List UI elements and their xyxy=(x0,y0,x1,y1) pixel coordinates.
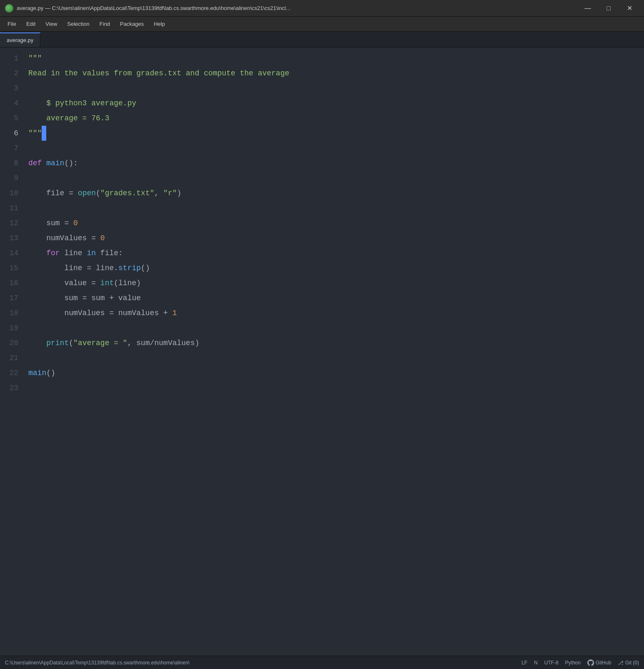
status-right: LF N UTF-8 Python GitHub ⎇ Git (0) xyxy=(522,659,639,666)
title-bar: average.py — C:\Users\alinen\AppData\Loc… xyxy=(0,0,644,17)
line-numbers: 1234567891011121314151617181920212223 xyxy=(0,47,25,656)
editor: 1234567891011121314151617181920212223 ""… xyxy=(0,47,644,656)
menu-item-help[interactable]: Help xyxy=(150,19,169,29)
code-line-18: numValues = numValues + 1 xyxy=(28,306,644,321)
menu-item-view[interactable]: View xyxy=(41,19,61,29)
token: average = 76.3 xyxy=(28,111,109,126)
maximize-button[interactable]: □ xyxy=(599,2,618,15)
line-num-4: 4 xyxy=(0,96,25,111)
token: strip xyxy=(118,261,141,276)
token xyxy=(42,156,46,171)
code-line-11 xyxy=(28,201,644,216)
token: = xyxy=(64,186,77,201)
line-num-12: 12 xyxy=(0,216,25,231)
code-line-23 xyxy=(28,381,644,395)
line-num-11: 11 xyxy=(0,201,25,216)
code-line-21 xyxy=(28,351,644,366)
token: (): xyxy=(64,156,77,171)
code-line-10: file = open("grades.txt", "r") xyxy=(28,186,644,201)
token: = xyxy=(87,276,100,291)
status-git[interactable]: ⎇ Git (0) xyxy=(618,660,639,666)
title-bar-left: average.py — C:\Users\alinen\AppData\Loc… xyxy=(5,4,290,12)
token: ) xyxy=(177,186,182,201)
token: file xyxy=(28,186,64,201)
code-line-2: Read in the values from grades.txt and c… xyxy=(28,66,644,81)
token: () xyxy=(141,261,150,276)
github-icon xyxy=(587,659,594,666)
line-num-6: 6 xyxy=(0,126,25,141)
line-num-21: 21 xyxy=(0,351,25,366)
tab-bar: average.py xyxy=(0,32,644,47)
code-line-14: for line in file: xyxy=(28,246,644,261)
status-path: C:\Users\alinen\AppData\Local\Temp\13139… xyxy=(5,660,190,666)
token: numValues xyxy=(28,306,105,321)
line-num-23: 23 xyxy=(0,381,25,395)
code-line-20: print("average = ", sum/numValues) xyxy=(28,336,644,351)
window-controls: — □ ✕ xyxy=(578,2,639,15)
token: Read in xyxy=(28,66,64,81)
menu-item-selection[interactable]: Selection xyxy=(63,19,93,29)
line-num-3: 3 xyxy=(0,81,25,96)
token: ( xyxy=(96,186,100,201)
code-area[interactable]: """Read in the values from grades.txt an… xyxy=(25,47,644,656)
menu-item-packages[interactable]: Packages xyxy=(116,19,148,29)
line-num-2: 2 xyxy=(0,66,25,81)
code-line-19 xyxy=(28,321,644,336)
status-language[interactable]: Python xyxy=(565,660,581,666)
title-text: average.py — C:\Users\alinen\AppData\Loc… xyxy=(17,5,290,11)
token: the xyxy=(64,66,77,81)
code-line-4: $ python3 average.py xyxy=(28,96,644,111)
token: () xyxy=(46,366,55,381)
line-num-5: 5 xyxy=(0,111,25,126)
minimize-button[interactable]: — xyxy=(578,2,597,15)
status-line-ending[interactable]: LF xyxy=(522,660,527,666)
token: 0 xyxy=(100,231,105,246)
code-line-6: """ xyxy=(28,126,644,141)
token: open xyxy=(78,186,96,201)
menu-item-find[interactable]: Find xyxy=(95,19,114,29)
status-indent[interactable]: N xyxy=(534,660,538,666)
token: value xyxy=(28,276,87,291)
token: sum xyxy=(28,291,78,306)
line-num-8: 8 xyxy=(0,156,25,171)
code-line-7 xyxy=(28,141,644,156)
code-line-15: line = line.strip() xyxy=(28,261,644,276)
status-github[interactable]: GitHub xyxy=(587,659,611,666)
token: line xyxy=(60,246,87,261)
token: "r" xyxy=(163,186,177,201)
menu-item-file[interactable]: File xyxy=(3,19,20,29)
line-num-19: 19 xyxy=(0,321,25,336)
token: values from grades.txt and compute the a… xyxy=(78,66,290,81)
line-num-16: 16 xyxy=(0,276,25,291)
line-num-22: 22 xyxy=(0,366,25,381)
git-icon: ⎇ xyxy=(618,660,624,666)
token xyxy=(42,126,46,141)
token: = numValues + xyxy=(105,306,172,321)
code-line-1: """ xyxy=(28,51,644,66)
token: = xyxy=(60,216,73,231)
status-encoding[interactable]: UTF-8 xyxy=(544,660,559,666)
token: ( xyxy=(69,336,73,351)
token xyxy=(28,246,46,261)
token: line xyxy=(96,261,114,276)
token: print xyxy=(46,336,69,351)
token: def xyxy=(28,156,42,171)
token xyxy=(28,336,46,351)
token: 0 xyxy=(73,216,78,231)
status-bar: C:\Users\alinen\AppData\Local\Temp\13139… xyxy=(0,656,644,669)
token: . xyxy=(114,261,118,276)
code-line-13: numValues = 0 xyxy=(28,231,644,246)
code-line-22: main() xyxy=(28,366,644,381)
github-label: GitHub xyxy=(596,660,611,666)
line-num-20: 20 xyxy=(0,336,25,351)
token: main xyxy=(46,156,64,171)
line-num-17: 17 xyxy=(0,291,25,306)
token: line xyxy=(28,261,82,276)
menu-item-edit[interactable]: Edit xyxy=(22,19,40,29)
token: main xyxy=(28,366,46,381)
token: (line) xyxy=(114,276,141,291)
tab-average-py[interactable]: average.py xyxy=(0,32,40,47)
code-line-16: value = int(line) xyxy=(28,276,644,291)
tab-label: average.py xyxy=(7,37,33,43)
close-button[interactable]: ✕ xyxy=(620,2,639,15)
